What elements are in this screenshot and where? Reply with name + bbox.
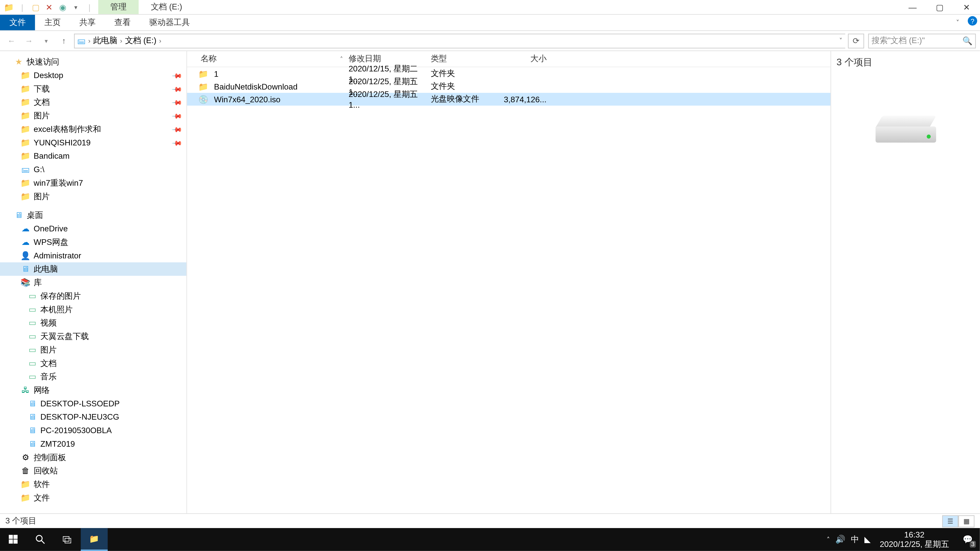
qat-newfolder-icon[interactable]: ✕ — [43, 1, 55, 13]
clock[interactable]: 16:32 2020/12/25, 星期五 — [876, 530, 953, 549]
nav-desktop-item[interactable]: 👤 Administrator — [0, 249, 186, 262]
minimize-button[interactable]: — — [899, 0, 926, 14]
clock-time: 16:32 — [880, 530, 949, 540]
nav-desktop-item[interactable]: ☁ WPS网盘 — [0, 235, 186, 249]
qat-properties-icon[interactable]: ▢ — [30, 1, 41, 13]
nav-lib-item[interactable]: ▭ 音乐 — [0, 370, 186, 383]
nav-qa-item[interactable]: 📁 excel表格制作求和📌 — [0, 122, 186, 136]
file-icon: 📁 — [198, 68, 208, 79]
folder-icon: 📁 — [20, 83, 31, 94]
item-icon: ☁ — [20, 237, 31, 248]
nav-qa-item[interactable]: 📁 YUNQISHI2019📌 — [0, 136, 186, 149]
up-button[interactable]: ↑ — [57, 33, 72, 48]
chevron-right-icon[interactable]: › — [159, 37, 161, 44]
ribbon-context-tab[interactable]: 管理 — [98, 0, 138, 14]
column-header-date[interactable]: 修改日期 — [346, 53, 428, 65]
library-icon: ▭ — [27, 345, 38, 355]
app-icon: 📁 — [3, 1, 15, 13]
computer-icon: 🖥 — [27, 398, 38, 409]
folder-icon: 📁 — [20, 110, 31, 121]
nav-extra-item[interactable]: 🗑 回收站 — [0, 464, 186, 478]
ribbon-tab-drivetools[interactable]: 驱动器工具 — [140, 15, 199, 30]
nav-item-label: G:\ — [34, 165, 45, 174]
nav-network-item[interactable]: 🖥 PC-20190530OBLA — [0, 424, 186, 437]
column-header-size[interactable]: 大小 — [495, 53, 549, 65]
qat-dropdown-icon[interactable]: ▾ — [70, 1, 82, 13]
item-icon: 👤 — [20, 250, 31, 261]
breadcrumb-segment-pc[interactable]: 此电脑 — [93, 35, 118, 46]
breadcrumb[interactable]: 🖴 › 此电脑 › 文档 (E:) › ˅ — [74, 33, 845, 48]
item-icon: ⚙ — [20, 452, 31, 463]
tray-expand-icon[interactable]: ˄ — [827, 536, 830, 543]
explorer-taskbar-button[interactable]: 📁 — [81, 528, 107, 551]
nav-desktop-item[interactable]: 📚 库 — [0, 276, 186, 289]
forward-button[interactable]: → — [21, 33, 36, 48]
ribbon-tab-view[interactable]: 查看 — [105, 15, 140, 30]
refresh-button[interactable]: ⟳ — [848, 33, 864, 48]
notification-badge: 3 — [970, 541, 976, 548]
maximize-button[interactable]: ▢ — [926, 0, 953, 14]
pin-icon: 📌 — [172, 124, 183, 135]
help-icon[interactable]: ? — [968, 16, 977, 25]
nav-extra-item[interactable]: ⚙ 控制面板 — [0, 451, 186, 464]
nav-item-label: 保存的图片 — [40, 290, 81, 302]
file-row[interactable]: 💿 Win7x64_2020.iso 2020/12/25, 星期五 1... … — [187, 93, 830, 106]
nav-item-label: 音乐 — [40, 371, 56, 383]
close-button[interactable]: ✕ — [953, 0, 980, 14]
nav-lib-item[interactable]: ▭ 本机照片 — [0, 303, 186, 316]
nav-quick-access[interactable]: ★ 快速访问 — [0, 55, 186, 68]
ribbon-tab-file[interactable]: 文件 — [0, 15, 35, 30]
notifications-button[interactable]: 💬 3 — [958, 530, 977, 549]
chevron-right-icon[interactable]: › — [120, 37, 122, 44]
file-row[interactable]: 📁 1 2020/12/15, 星期二 1... 文件夹 — [187, 67, 830, 80]
volume-icon[interactable]: 🔊 — [835, 535, 845, 544]
nav-desktop-item[interactable]: 🖥 此电脑 — [0, 262, 186, 276]
nav-qa-item[interactable]: 📁 文档📌 — [0, 95, 186, 109]
nav-qa-item[interactable]: 📁 图片📌 — [0, 109, 186, 122]
nav-lib-item[interactable]: ▭ 图片 — [0, 343, 186, 357]
search-icon[interactable]: 🔍 — [963, 36, 973, 45]
svg-line-5 — [41, 540, 45, 544]
search-button[interactable] — [27, 528, 54, 551]
start-button[interactable] — [0, 528, 27, 551]
nav-lib-item[interactable]: ▭ 视频 — [0, 316, 186, 330]
task-view-button[interactable] — [54, 528, 81, 551]
nav-desktop-item[interactable]: ☁ OneDrive — [0, 222, 186, 235]
folder-icon: 📁 — [20, 124, 31, 135]
nav-extra-item[interactable]: 📁 文件 — [0, 491, 186, 505]
window-title: 文档 (E:) — [138, 0, 194, 14]
nav-qa-item[interactable]: 🖴 G:\ — [0, 163, 186, 176]
nav-network-item[interactable]: 🖥 DESKTOP-NJEU3CG — [0, 410, 186, 424]
address-dropdown-icon[interactable]: ˅ — [839, 37, 842, 44]
ribbon-tab-share[interactable]: 共享 — [70, 15, 105, 30]
tray-app-icon[interactable]: ◣ — [864, 535, 870, 544]
nav-qa-item[interactable]: 📁 下载📌 — [0, 82, 186, 96]
nav-lib-item[interactable]: ▭ 天翼云盘下载 — [0, 330, 186, 343]
view-icons-button[interactable]: ▦ — [958, 515, 974, 527]
column-header-name[interactable]: 名称 ˄ — [198, 53, 346, 65]
nav-qa-item[interactable]: 📁 Bandicam — [0, 149, 186, 163]
nav-qa-item[interactable]: 📁 win7重装win7 — [0, 176, 186, 190]
recent-dropdown-icon[interactable]: ▾ — [39, 33, 54, 48]
ribbon-tab-home[interactable]: 主页 — [35, 15, 70, 30]
nav-lib-item[interactable]: ▭ 文档 — [0, 357, 186, 370]
chevron-right-icon[interactable]: › — [88, 37, 90, 44]
nav-network-item[interactable]: 🖥 ZMT2019 — [0, 437, 186, 451]
search-input[interactable]: 搜索"文档 (E:)" 🔍 — [868, 33, 976, 48]
column-header-type[interactable]: 类型 — [428, 53, 495, 65]
nav-extra-item[interactable]: 📁 软件 — [0, 478, 186, 491]
view-details-button[interactable]: ☰ — [942, 515, 958, 527]
qat-gear-icon[interactable]: ◉ — [57, 1, 68, 13]
file-row[interactable]: 📁 BaiduNetdiskDownload 2020/12/25, 星期五 1… — [187, 80, 830, 93]
nav-qa-item[interactable]: 📁 Desktop📌 — [0, 68, 186, 82]
nav-lib-item[interactable]: ▭ 保存的图片 — [0, 289, 186, 303]
nav-qa-item[interactable]: 📁 图片 — [0, 190, 186, 203]
ime-indicator[interactable]: 中 — [851, 534, 859, 545]
ribbon-expand-icon[interactable]: ˅ — [952, 16, 964, 28]
back-button[interactable]: ← — [4, 33, 19, 48]
nav-desktop[interactable]: 🖥 桌面 — [0, 208, 186, 222]
file-icon: 📁 — [198, 81, 208, 92]
breadcrumb-segment-drive[interactable]: 文档 (E:) — [125, 35, 156, 46]
nav-network[interactable]: 🖧 网络 — [0, 383, 186, 397]
nav-network-item[interactable]: 🖥 DESKTOP-LSSOEDP — [0, 397, 186, 410]
